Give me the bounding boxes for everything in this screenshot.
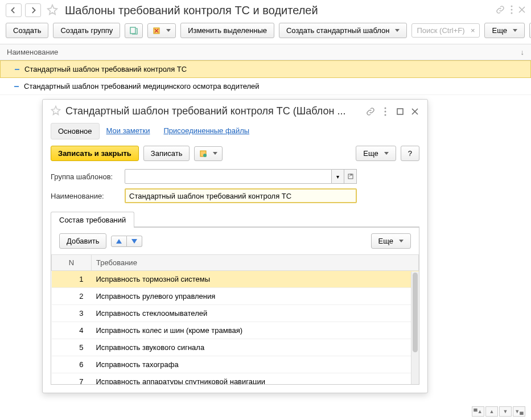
name-input[interactable] [125,188,357,203]
item-icon [14,84,19,89]
create-button[interactable]: Создать [6,23,48,38]
scroll-thumb[interactable] [413,273,418,352]
search-clear-icon[interactable]: × [471,26,475,35]
svg-point-1 [511,9,513,10]
cell-n: 6 [52,356,92,373]
close-icon[interactable] [518,6,525,15]
name-label: Наименование: [51,192,119,200]
mark-button[interactable] [147,23,176,38]
svg-point-10 [203,154,207,157]
cell-n: 3 [52,305,92,322]
dialog-header: Стандартный шаблон требований контроля Т… [43,100,427,123]
dialog-help-button[interactable]: ? [401,146,419,161]
svg-rect-3 [130,27,135,34]
nav-main[interactable]: Основное [51,123,100,139]
cell-requirement: Исправность стеклоомывателей [92,305,419,322]
dialog-toolbar: Записать и закрыть Записать Еще ? [43,140,427,167]
cell-requirement: Исправность рулевого управления [92,288,419,305]
svg-point-5 [385,107,386,109]
table-more-button[interactable]: Еще [371,233,411,249]
list-item-label: Стандартный шаблон требований контроля Т… [24,65,187,73]
list-header[interactable]: Наименование ↓ [0,44,531,60]
copy-button[interactable] [125,23,143,38]
cell-n: 5 [52,339,92,356]
nav-first-button[interactable]: ▀▲ [472,406,484,417]
table-row[interactable]: 7Исправность аппаратуры спутниковой нави… [52,373,419,385]
save-and-close-button[interactable]: Записать и закрыть [51,146,139,161]
list-header-name: Наименование [7,48,58,56]
svg-point-7 [385,114,386,116]
col-n[interactable]: N [52,255,92,271]
nav-notes[interactable]: Мои заметки [100,123,157,139]
sort-arrow-icon[interactable]: ↓ [521,48,525,56]
form-row-group: Группа шаблонов: ▾ [43,167,427,186]
table-toolbar: Добавить Еще [51,227,419,254]
svg-point-2 [511,12,513,14]
maximize-icon[interactable] [396,107,405,116]
item-icon [14,67,20,72]
scrollbar[interactable] [411,271,419,384]
cell-requirement: Исправность аппаратуры спутниковой навиг… [92,373,419,385]
bottom-nav: ▀▲ ▲ ▼ ▼▄ [472,406,525,417]
topbar: Шаблоны требований контроля ТС и водител… [0,0,531,20]
table-row[interactable]: 2Исправность рулевого управления [52,288,419,305]
cell-requirement: Исправность тахографа [92,356,419,373]
table-row[interactable]: 5Исправность звукового сигнала [52,339,419,356]
tab-composition[interactable]: Состав требований [51,212,134,228]
table-row[interactable]: 4Исправность колес и шин (кроме трамвая) [52,322,419,339]
move-down-button[interactable] [127,236,142,247]
nav-back-button[interactable] [6,3,22,17]
star-icon[interactable] [51,105,61,117]
svg-point-6 [385,110,386,112]
nav-attachments[interactable]: Присоединенные файлы [157,123,257,139]
open-icon[interactable] [344,169,357,184]
search-placeholder: Поиск (Ctrl+F) [417,26,464,35]
list-rows: Стандартный шаблон требований контроля Т… [0,60,531,95]
cell-n: 4 [52,322,92,339]
edit-selected-button[interactable]: Изменить выделенные [180,23,274,38]
nav-up-button[interactable]: ▲ [485,406,498,417]
cell-n: 2 [52,288,92,305]
close-icon[interactable] [410,107,419,116]
move-up-button[interactable] [111,236,127,247]
table-row[interactable]: 6Исправность тахографа [52,356,419,373]
cell-n: 7 [52,373,92,385]
list-item[interactable]: Стандартный шаблон требований медицинско… [0,78,531,95]
search-input[interactable]: Поиск (Ctrl+F) × [411,23,480,38]
star-icon[interactable] [44,4,58,17]
main-toolbar: Создать Создать группу Изменить выделенн… [0,20,531,44]
create-based-on-button[interactable] [194,146,223,161]
list-item-label: Стандартный шаблон требований медицинско… [24,82,260,90]
nav-down-button[interactable]: ▼ [499,406,512,417]
dropdown-icon[interactable]: ▾ [332,169,344,184]
kebab-icon[interactable] [511,5,513,16]
cell-requirement: Исправность колес и шин (кроме трамвая) [92,322,419,339]
cell-n: 1 [52,271,92,288]
arrow-down-icon [131,239,137,244]
kebab-icon[interactable] [381,107,390,116]
nav-last-button[interactable]: ▼▄ [513,406,525,417]
tabstrip: Состав требований [51,211,419,227]
nav-forward-button[interactable] [25,3,41,17]
col-requirement[interactable]: Требование [92,255,419,271]
group-input[interactable] [125,169,332,184]
link-icon[interactable] [496,5,505,16]
arrow-up-icon [116,239,122,244]
link-icon[interactable] [366,107,375,116]
requirements-table: N Требование 1Исправность тормозной сист… [51,254,419,385]
create-standard-button[interactable]: Создать стандартный шаблон [279,23,407,38]
table-row[interactable]: 1Исправность тормозной системы [52,271,419,288]
dialog-more-button[interactable]: Еще [356,146,396,161]
svg-point-0 [511,5,513,7]
group-label: Группа шаблонов: [51,172,119,181]
list-item[interactable]: Стандартный шаблон требований контроля Т… [0,60,531,78]
dialog-nav: Основное Мои заметки Присоединенные файл… [43,123,427,140]
create-group-button[interactable]: Создать группу [53,23,120,38]
table-row[interactable]: 3Исправность стеклоомывателей [52,305,419,322]
more-button[interactable]: Еще [484,23,524,38]
svg-rect-11 [348,174,353,179]
dialog: Стандартный шаблон требований контроля Т… [42,99,428,393]
save-button[interactable]: Записать [143,146,190,161]
add-button[interactable]: Добавить [59,233,106,249]
cell-requirement: Исправность звукового сигнала [92,339,419,356]
